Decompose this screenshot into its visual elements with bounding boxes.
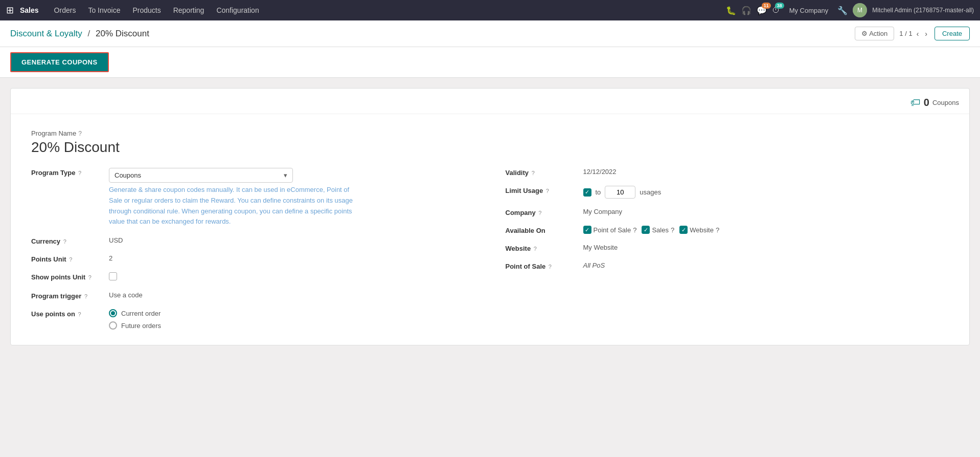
top-nav: ⊞ Sales Orders To Invoice Products Repor… — [0, 0, 980, 20]
currency-help-icon[interactable]: ? — [63, 238, 66, 245]
use-points-options: Current order Future orders — [109, 309, 475, 330]
website-help-icon[interactable]: ? — [534, 246, 537, 252]
avail-website: ✓ Website ? — [679, 226, 719, 234]
bug-icon[interactable]: 🐛 — [726, 6, 736, 15]
clock-icon[interactable]: ⏱ 38 — [772, 6, 780, 15]
nav-configuration[interactable]: Configuration — [211, 6, 264, 14]
validity-field: Validity ? 12/12/2022 — [506, 168, 949, 177]
app-grid-icon[interactable]: ⊞ — [6, 5, 14, 16]
chat-badge: 11 — [762, 3, 771, 9]
app-name[interactable]: Sales — [20, 6, 39, 14]
limit-usage-suffix: usages — [640, 188, 661, 196]
pos-field: Point of Sale ? All PoS — [506, 262, 949, 270]
avail-pos-help-icon[interactable]: ? — [633, 226, 636, 234]
website-field: Website ? My Website — [506, 244, 949, 252]
breadcrumb-current: 20% Discount — [96, 29, 149, 38]
avail-sales-help-icon[interactable]: ? — [671, 226, 674, 234]
available-on-value: ✓ Point of Sale ? ✓ Sales ? — [583, 226, 949, 234]
currency-label: Currency ? — [31, 236, 103, 245]
available-on-label: Available On — [506, 226, 577, 234]
use-points-label: Use points on ? — [31, 309, 103, 318]
show-points-checkbox-input[interactable] — [109, 272, 117, 280]
limit-usage-checkbox[interactable]: ✓ — [583, 188, 591, 197]
right-column: Validity ? 12/12/2022 Limit Usage ? — [506, 168, 949, 330]
nav-orders[interactable]: Orders — [49, 6, 81, 14]
points-unit-field: Points Unit ? 2 — [31, 254, 475, 263]
program-name-help-icon[interactable]: ? — [78, 130, 82, 137]
avail-sales-checkbox[interactable]: ✓ — [642, 226, 650, 234]
website-label: Website ? — [506, 244, 577, 252]
validity-help-icon[interactable]: ? — [532, 170, 535, 176]
form-body: Program Name ? 20% Discount Program Type… — [11, 114, 969, 345]
limit-usage-field: Limit Usage ? ✓ to usages — [506, 186, 949, 199]
nav-products[interactable]: Products — [127, 6, 166, 14]
program-trigger-value: Use a code — [109, 291, 475, 299]
limit-usage-to-text: to — [596, 188, 601, 196]
available-on-row: ✓ Point of Sale ? ✓ Sales ? — [583, 226, 949, 234]
breadcrumb-bar: Discount & Loyalty / 20% Discount ⚙ Acti… — [0, 20, 980, 47]
headset-icon[interactable]: 🎧 — [741, 6, 751, 15]
website-value: My Website — [583, 244, 949, 251]
points-unit-value: 2 — [109, 254, 475, 262]
company-field: Company ? My Company — [506, 208, 949, 216]
radio-future-orders-input[interactable] — [109, 321, 117, 330]
avatar[interactable]: M — [853, 3, 867, 17]
program-type-value: Coupons ▾ Generate & share coupon codes … — [109, 168, 475, 227]
limit-usage-label: Limit Usage ? — [506, 186, 577, 194]
pos-label: Point of Sale ? — [506, 262, 577, 270]
left-column: Program Type ? Coupons ▾ Generate & shar… — [31, 168, 475, 330]
show-points-field: Show points Unit ? — [31, 272, 475, 282]
record-position: 1 / 1 — [899, 30, 912, 37]
record-nav: 1 / 1 ‹ › — [899, 29, 929, 39]
pos-value: All PoS — [583, 262, 949, 269]
avail-pos: ✓ Point of Sale ? — [583, 226, 637, 234]
next-record-arrow[interactable]: › — [923, 29, 929, 39]
coupons-badge[interactable]: 🏷 0 Coupons — [910, 97, 959, 108]
program-trigger-label: Program trigger ? — [31, 291, 103, 300]
prev-record-arrow[interactable]: ‹ — [915, 29, 921, 39]
validity-label: Validity ? — [506, 168, 577, 177]
program-type-field: Program Type ? Coupons ▾ Generate & shar… — [31, 168, 475, 227]
program-trigger-field: Program trigger ? Use a code — [31, 291, 475, 300]
avail-sales-label: Sales — [652, 226, 669, 234]
program-type-description: Generate & share coupon codes manually. … — [109, 185, 354, 227]
svg-text:M: M — [857, 7, 862, 14]
chat-icon[interactable]: 💬 11 — [757, 6, 767, 15]
limit-usage-help-icon[interactable]: ? — [546, 188, 549, 194]
breadcrumb-parent[interactable]: Discount & Loyalty — [10, 29, 82, 38]
program-type-help-icon[interactable]: ? — [78, 170, 81, 176]
coupons-label: Coupons — [932, 99, 959, 106]
points-unit-help-icon[interactable]: ? — [69, 256, 72, 263]
form-card: 🏷 0 Coupons Program Name ? 20% Discount — [10, 88, 970, 345]
user-name: Mitchell Admin (21768757-master-all) — [872, 7, 974, 14]
wrench-icon[interactable]: 🔧 — [837, 6, 848, 15]
breadcrumb-separator: / — [88, 29, 93, 38]
program-trigger-help-icon[interactable]: ? — [84, 293, 87, 299]
action-button[interactable]: ⚙ Action — [855, 27, 894, 40]
radio-future-orders-label: Future orders — [121, 322, 161, 330]
clock-badge: 38 — [775, 3, 784, 9]
limit-usage-row: ✓ to usages — [583, 186, 949, 199]
nav-to-invoice[interactable]: To Invoice — [83, 6, 125, 14]
tag-icon: 🏷 — [910, 97, 921, 108]
select-dropdown-icon: ▾ — [284, 171, 287, 179]
create-button[interactable]: Create — [935, 27, 970, 40]
show-points-help-icon[interactable]: ? — [88, 274, 92, 280]
company-help-icon[interactable]: ? — [538, 210, 541, 216]
nav-reporting[interactable]: Reporting — [168, 6, 210, 14]
limit-usage-value: ✓ to usages — [583, 186, 949, 199]
avail-website-checkbox[interactable]: ✓ — [679, 226, 688, 234]
avail-website-label: Website — [690, 226, 714, 234]
use-points-help-icon[interactable]: ? — [78, 311, 81, 317]
generate-coupons-button[interactable]: GENERATE COUPONS — [10, 52, 109, 72]
company-value: My Company — [583, 208, 949, 215]
radio-current-order-input[interactable] — [109, 309, 117, 317]
avail-website-help-icon[interactable]: ? — [716, 226, 719, 234]
program-type-select[interactable]: Coupons ▾ — [109, 168, 293, 183]
form-grid: Program Type ? Coupons ▾ Generate & shar… — [31, 168, 949, 330]
limit-usage-input[interactable] — [605, 186, 635, 199]
show-points-label: Show points Unit ? — [31, 272, 103, 281]
pos-help-icon[interactable]: ? — [549, 264, 552, 270]
avail-pos-checkbox[interactable]: ✓ — [583, 226, 591, 234]
main-content: 🏷 0 Coupons Program Name ? 20% Discount — [0, 78, 980, 356]
